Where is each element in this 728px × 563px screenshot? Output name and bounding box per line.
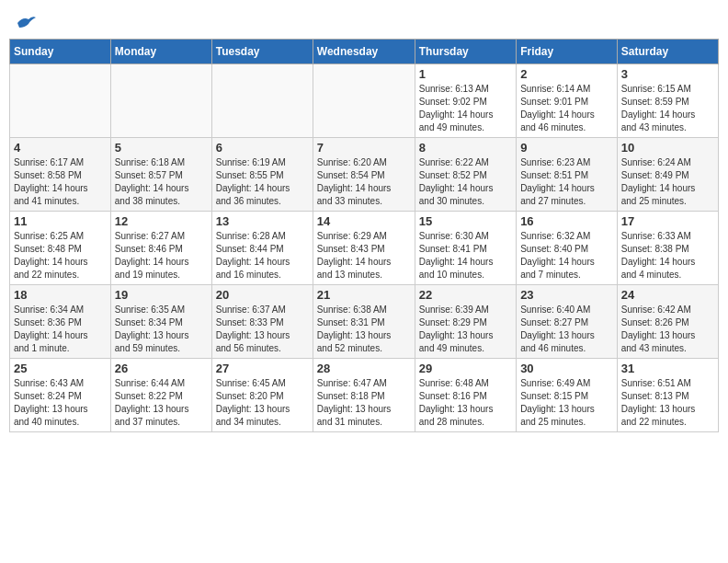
day-info: Sunrise: 6:42 AM Sunset: 8:26 PM Dayligh… bbox=[621, 304, 714, 355]
day-info: Sunrise: 6:27 AM Sunset: 8:46 PM Dayligh… bbox=[115, 230, 208, 282]
day-number: 24 bbox=[621, 288, 714, 302]
day-number: 4 bbox=[14, 141, 107, 155]
calendar-cell: 14Sunrise: 6:29 AM Sunset: 8:43 PM Dayli… bbox=[313, 212, 415, 285]
day-number: 28 bbox=[317, 362, 411, 375]
calendar-body: 1Sunrise: 6:13 AM Sunset: 9:02 PM Daylig… bbox=[10, 64, 719, 432]
day-number: 12 bbox=[115, 214, 208, 228]
day-info: Sunrise: 6:18 AM Sunset: 8:57 PM Dayligh… bbox=[115, 156, 208, 208]
calendar-week-5: 25Sunrise: 6:43 AM Sunset: 8:24 PM Dayli… bbox=[10, 359, 719, 432]
day-number: 10 bbox=[621, 141, 714, 155]
day-number: 18 bbox=[14, 288, 107, 302]
day-info: Sunrise: 6:28 AM Sunset: 8:44 PM Dayligh… bbox=[216, 230, 309, 282]
day-info: Sunrise: 6:35 AM Sunset: 8:34 PM Dayligh… bbox=[115, 304, 208, 355]
day-number: 1 bbox=[419, 67, 512, 81]
day-info: Sunrise: 6:43 AM Sunset: 8:24 PM Dayligh… bbox=[14, 377, 107, 429]
day-info: Sunrise: 6:30 AM Sunset: 8:41 PM Dayligh… bbox=[419, 230, 512, 282]
logo-bird-icon bbox=[16, 15, 36, 31]
day-info: Sunrise: 6:51 AM Sunset: 8:13 PM Dayligh… bbox=[621, 377, 714, 429]
calendar-cell bbox=[10, 64, 111, 138]
day-info: Sunrise: 6:25 AM Sunset: 8:48 PM Dayligh… bbox=[14, 230, 107, 282]
calendar-cell: 4Sunrise: 6:17 AM Sunset: 8:58 PM Daylig… bbox=[10, 138, 111, 212]
weekday-header-monday: Monday bbox=[110, 40, 211, 64]
calendar-cell: 18Sunrise: 6:34 AM Sunset: 8:36 PM Dayli… bbox=[10, 285, 111, 359]
calendar-week-3: 11Sunrise: 6:25 AM Sunset: 8:48 PM Dayli… bbox=[10, 212, 719, 285]
day-info: Sunrise: 6:48 AM Sunset: 8:16 PM Dayligh… bbox=[419, 377, 512, 429]
day-number: 23 bbox=[520, 288, 613, 302]
calendar-cell: 24Sunrise: 6:42 AM Sunset: 8:26 PM Dayli… bbox=[617, 285, 718, 359]
day-number: 2 bbox=[520, 67, 613, 81]
calendar-cell bbox=[313, 64, 415, 138]
calendar-cell: 23Sunrise: 6:40 AM Sunset: 8:27 PM Dayli… bbox=[517, 285, 618, 359]
day-info: Sunrise: 6:15 AM Sunset: 8:59 PM Dayligh… bbox=[621, 83, 714, 134]
day-number: 3 bbox=[621, 67, 714, 81]
day-info: Sunrise: 6:47 AM Sunset: 8:18 PM Dayligh… bbox=[317, 377, 411, 429]
day-number: 15 bbox=[419, 214, 512, 228]
day-info: Sunrise: 6:38 AM Sunset: 8:31 PM Dayligh… bbox=[317, 304, 411, 355]
calendar-cell: 22Sunrise: 6:39 AM Sunset: 8:29 PM Dayli… bbox=[415, 285, 516, 359]
day-info: Sunrise: 6:34 AM Sunset: 8:36 PM Dayligh… bbox=[14, 304, 107, 355]
day-number: 14 bbox=[317, 214, 411, 228]
day-info: Sunrise: 6:45 AM Sunset: 8:20 PM Dayligh… bbox=[216, 377, 309, 429]
day-number: 22 bbox=[419, 288, 512, 302]
weekday-header-thursday: Thursday bbox=[415, 40, 516, 64]
day-info: Sunrise: 6:40 AM Sunset: 8:27 PM Dayligh… bbox=[520, 304, 613, 355]
day-info: Sunrise: 6:32 AM Sunset: 8:40 PM Dayligh… bbox=[520, 230, 613, 282]
calendar-cell: 16Sunrise: 6:32 AM Sunset: 8:40 PM Dayli… bbox=[517, 212, 618, 285]
day-info: Sunrise: 6:14 AM Sunset: 9:01 PM Dayligh… bbox=[520, 83, 613, 134]
calendar-cell: 28Sunrise: 6:47 AM Sunset: 8:18 PM Dayli… bbox=[313, 359, 415, 432]
calendar-cell: 20Sunrise: 6:37 AM Sunset: 8:33 PM Dayli… bbox=[211, 285, 313, 359]
weekday-header-wednesday: Wednesday bbox=[313, 40, 415, 64]
day-info: Sunrise: 6:44 AM Sunset: 8:22 PM Dayligh… bbox=[115, 377, 208, 429]
calendar-cell: 15Sunrise: 6:30 AM Sunset: 8:41 PM Dayli… bbox=[415, 212, 516, 285]
page-header bbox=[9, 9, 719, 29]
day-number: 20 bbox=[216, 288, 309, 302]
calendar-cell: 1Sunrise: 6:13 AM Sunset: 9:02 PM Daylig… bbox=[415, 64, 516, 138]
calendar-table: SundayMondayTuesdayWednesdayThursdayFrid… bbox=[9, 39, 719, 432]
calendar-cell: 21Sunrise: 6:38 AM Sunset: 8:31 PM Dayli… bbox=[313, 285, 415, 359]
calendar-cell: 11Sunrise: 6:25 AM Sunset: 8:48 PM Dayli… bbox=[10, 212, 111, 285]
day-number: 13 bbox=[216, 214, 309, 228]
calendar-cell: 30Sunrise: 6:49 AM Sunset: 8:15 PM Dayli… bbox=[517, 359, 618, 432]
day-info: Sunrise: 6:29 AM Sunset: 8:43 PM Dayligh… bbox=[317, 230, 411, 282]
weekday-header-tuesday: Tuesday bbox=[211, 40, 313, 64]
calendar-cell: 17Sunrise: 6:33 AM Sunset: 8:38 PM Dayli… bbox=[617, 212, 718, 285]
calendar-cell bbox=[211, 64, 313, 138]
weekday-header-row: SundayMondayTuesdayWednesdayThursdayFrid… bbox=[10, 40, 719, 64]
day-number: 17 bbox=[621, 214, 714, 228]
logo-text bbox=[14, 14, 36, 31]
calendar-cell: 10Sunrise: 6:24 AM Sunset: 8:49 PM Dayli… bbox=[617, 138, 718, 212]
weekday-header-saturday: Saturday bbox=[617, 40, 718, 64]
day-info: Sunrise: 6:23 AM Sunset: 8:51 PM Dayligh… bbox=[520, 156, 613, 208]
day-number: 26 bbox=[115, 362, 208, 375]
day-number: 5 bbox=[115, 141, 208, 155]
day-info: Sunrise: 6:19 AM Sunset: 8:55 PM Dayligh… bbox=[216, 156, 309, 208]
calendar-cell: 26Sunrise: 6:44 AM Sunset: 8:22 PM Dayli… bbox=[110, 359, 211, 432]
day-info: Sunrise: 6:39 AM Sunset: 8:29 PM Dayligh… bbox=[419, 304, 512, 355]
calendar-cell: 27Sunrise: 6:45 AM Sunset: 8:20 PM Dayli… bbox=[211, 359, 313, 432]
calendar-header: SundayMondayTuesdayWednesdayThursdayFrid… bbox=[10, 40, 719, 64]
day-number: 9 bbox=[520, 141, 613, 155]
day-number: 31 bbox=[621, 362, 714, 375]
day-info: Sunrise: 6:24 AM Sunset: 8:49 PM Dayligh… bbox=[621, 156, 714, 208]
weekday-header-sunday: Sunday bbox=[10, 40, 111, 64]
calendar-cell bbox=[110, 64, 211, 138]
day-number: 11 bbox=[14, 214, 107, 228]
calendar-cell: 13Sunrise: 6:28 AM Sunset: 8:44 PM Dayli… bbox=[211, 212, 313, 285]
day-info: Sunrise: 6:37 AM Sunset: 8:33 PM Dayligh… bbox=[216, 304, 309, 355]
day-number: 7 bbox=[317, 141, 411, 155]
day-number: 8 bbox=[419, 141, 512, 155]
calendar-cell: 6Sunrise: 6:19 AM Sunset: 8:55 PM Daylig… bbox=[211, 138, 313, 212]
calendar-cell: 31Sunrise: 6:51 AM Sunset: 8:13 PM Dayli… bbox=[617, 359, 718, 432]
calendar-cell: 9Sunrise: 6:23 AM Sunset: 8:51 PM Daylig… bbox=[517, 138, 618, 212]
logo bbox=[14, 14, 36, 29]
day-info: Sunrise: 6:17 AM Sunset: 8:58 PM Dayligh… bbox=[14, 156, 107, 208]
calendar-week-4: 18Sunrise: 6:34 AM Sunset: 8:36 PM Dayli… bbox=[10, 285, 719, 359]
calendar-cell: 3Sunrise: 6:15 AM Sunset: 8:59 PM Daylig… bbox=[617, 64, 718, 138]
day-number: 27 bbox=[216, 362, 309, 375]
calendar-cell: 8Sunrise: 6:22 AM Sunset: 8:52 PM Daylig… bbox=[415, 138, 516, 212]
day-info: Sunrise: 6:13 AM Sunset: 9:02 PM Dayligh… bbox=[419, 83, 512, 134]
day-number: 19 bbox=[115, 288, 208, 302]
day-info: Sunrise: 6:20 AM Sunset: 8:54 PM Dayligh… bbox=[317, 156, 411, 208]
day-number: 16 bbox=[520, 214, 613, 228]
calendar-cell: 29Sunrise: 6:48 AM Sunset: 8:16 PM Dayli… bbox=[415, 359, 516, 432]
